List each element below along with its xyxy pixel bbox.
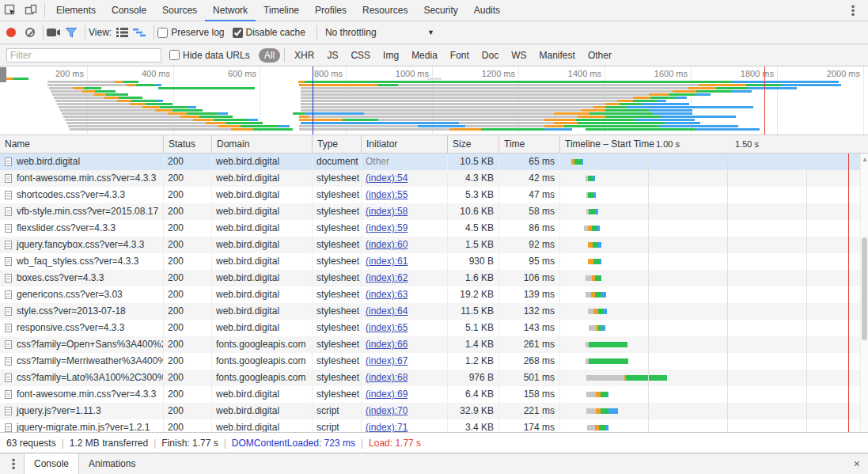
overview-bar-segment [160,106,188,108]
request-row[interactable]: css?family=Merriweather%3A400%2C...200fo… [0,353,860,370]
disable-cache-checkbox[interactable]: Disable cache [233,27,305,38]
vertical-scrollbar[interactable]: ▲ [860,154,868,432]
view-waterfall-icon[interactable] [133,28,146,37]
cell-domain: web.bird.digital [211,170,312,187]
filter-pill-font[interactable]: Font [445,48,475,63]
request-row[interactable]: flexslider.css?ver=4.3.3200web.bird.digi… [0,220,860,237]
preserve-log-input[interactable] [157,28,168,38]
request-row[interactable]: boxes.css?ver=4.3.3200web.bird.digitalst… [0,270,860,286]
cell-initiator[interactable]: (index):70 [361,403,447,419]
column-header-timeline-start-time[interactable]: Timeline – Start Time [559,135,860,154]
filter-pill-other[interactable]: Other [582,48,617,63]
screenshot-camera-icon[interactable] [47,28,61,37]
disable-cache-input[interactable] [233,28,243,38]
waterfall-segment [601,392,607,397]
request-row[interactable]: vfb-style.min.css?ver=2015.08.17200web.b… [0,203,860,220]
cell-initiator[interactable]: (index):66 [361,336,447,353]
drawer-tab-console[interactable]: Console [24,453,79,474]
record-button[interactable] [6,28,16,37]
tab-sources[interactable]: Sources [154,0,205,21]
request-row[interactable]: css?family=Lato%3A100%2C300%2C...200font… [0,370,860,386]
scroll-up-icon[interactable]: ▲ [861,156,868,163]
hide-data-urls-input[interactable] [169,50,180,60]
cell-time: 143 ms [498,320,559,336]
tab-resources[interactable]: Resources [354,0,415,21]
tab-console[interactable]: Console [104,0,154,21]
view-list-icon[interactable] [116,28,128,37]
filter-pill-xhr[interactable]: XHR [289,48,320,63]
overview-bar-segment [593,106,606,108]
drawer-menu-icon[interactable]: ••• [3,454,24,473]
column-header-type[interactable]: Type [312,135,361,154]
column-header-domain[interactable]: Domain [211,135,312,154]
clear-button[interactable] [25,28,35,37]
request-row[interactable]: responsive.css?ver=4.3.3200web.bird.digi… [0,320,860,336]
filter-pill-media[interactable]: Media [406,48,443,63]
request-row[interactable]: font-awesome.min.css?ver=4.3.3200web.bir… [0,170,860,187]
filter-pill-doc[interactable]: Doc [476,48,504,63]
filter-funnel-icon[interactable] [66,28,77,38]
cell-initiator[interactable]: (index):61 [361,253,447,270]
filter-pill-js[interactable]: JS [321,48,343,63]
request-row[interactable]: web.bird.digital200web.bird.digitaldocum… [0,154,860,170]
request-row[interactable]: css?family=Open+Sans%3A400%2C3...200font… [0,336,860,353]
overview-bar-segment [157,100,163,102]
cell-initiator[interactable]: (index):63 [361,286,447,303]
cell-initiator[interactable]: (index):60 [361,237,447,253]
tab-network[interactable]: Network [205,0,256,21]
overview-bar-segment [544,125,564,127]
file-icon [5,423,12,432]
filter-pill-all[interactable]: All [259,48,280,63]
devtools-menu-icon[interactable]: ••• [843,1,863,20]
request-row[interactable]: style.css?ver=2013-07-18200web.bird.digi… [0,303,860,320]
filter-pill-manifest[interactable]: Manifest [534,48,581,63]
column-header-status[interactable]: Status [163,135,211,154]
scrollbar-thumb[interactable] [862,237,867,340]
cell-initiator[interactable]: (index):71 [361,419,447,432]
column-header-name[interactable]: Name [0,135,163,154]
tab-security[interactable]: Security [415,0,465,21]
timeline-overview[interactable]: 200 ms400 ms600 ms800 ms1000 ms1200 ms14… [0,66,868,135]
drawer-tab-animations[interactable]: Animations [79,453,145,474]
filter-pill-img[interactable]: Img [377,48,404,63]
cell-initiator[interactable]: (index):54 [361,170,447,187]
tab-elements[interactable]: Elements [48,0,104,21]
request-row[interactable]: jquery.js?ver=1.11.3200web.bird.digitals… [0,403,860,419]
cell-initiator[interactable]: (index):67 [361,353,447,370]
drawer-close-icon[interactable]: × [854,457,860,470]
cell-initiator[interactable]: (index):55 [361,187,447,203]
tab-profiles[interactable]: Profiles [307,0,354,21]
tab-timeline[interactable]: Timeline [256,0,307,21]
tab-audits[interactable]: Audits [466,0,508,21]
cell-initiator[interactable]: (index):59 [361,220,447,237]
request-row[interactable]: wb_faq_styles.css?ver=4.3.3200web.bird.d… [0,253,860,270]
column-header-time[interactable]: Time [498,135,559,154]
overview-bar-segment [47,81,115,83]
request-row[interactable]: font-awesome.min.css?ver=4.3.3200web.bir… [0,386,860,403]
request-row[interactable]: jquery.fancybox.css?ver=4.3.3200web.bird… [0,237,860,253]
inspect-element-icon[interactable] [0,1,21,20]
filter-pill-css[interactable]: CSS [345,48,376,63]
request-row[interactable]: jquery-migrate.min.js?ver=1.2.1200web.bi… [0,419,860,432]
request-row[interactable]: genericons.css?ver=3.03200web.bird.digit… [0,286,860,303]
device-toolbar-icon[interactable] [21,1,41,20]
column-header-size[interactable]: Size [447,135,498,154]
preserve-log-checkbox[interactable]: Preserve log [157,27,224,38]
column-header-initiator[interactable]: Initiator [361,135,447,154]
cell-initiator[interactable]: (index):68 [361,370,447,386]
cell-initiator[interactable]: (index):58 [361,203,447,220]
cell-initiator[interactable]: (index):69 [361,386,447,403]
overview-left-grip[interactable] [0,67,6,82]
hide-data-urls-checkbox[interactable]: Hide data URLs [169,50,250,61]
column-divider [447,154,448,432]
filter-input[interactable] [6,48,161,63]
throttling-select[interactable]: No throttling ▼ [320,25,439,40]
cell-initiator[interactable]: (index):65 [361,320,447,336]
overview-bar-segment [146,103,172,105]
request-row[interactable]: shortcodes.css?ver=4.3.3200web.bird.digi… [0,187,860,203]
file-icon [5,257,12,266]
cell-status: 200 [163,336,211,353]
cell-initiator[interactable]: (index):62 [361,270,447,286]
filter-pill-ws[interactable]: WS [506,48,532,63]
cell-initiator[interactable]: (index):64 [361,303,447,320]
